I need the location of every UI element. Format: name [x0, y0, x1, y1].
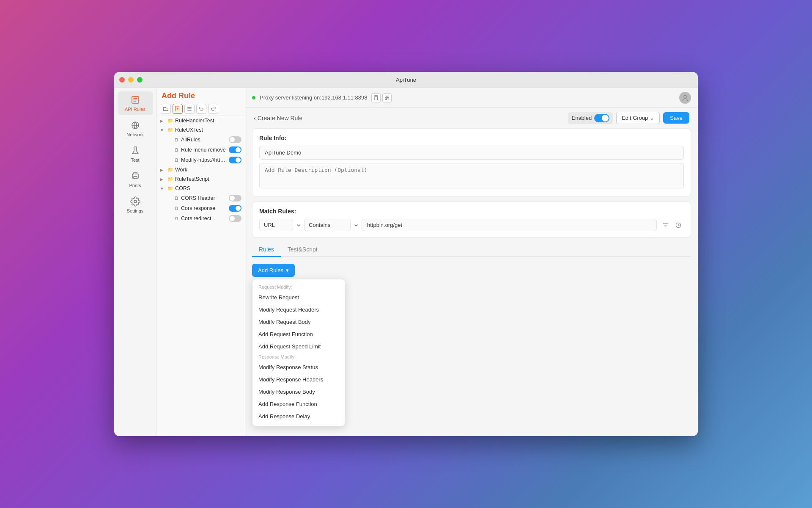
file-icon-modify-https: 🗒	[173, 157, 179, 163]
edit-group-label: Edit Group	[622, 115, 648, 121]
copy-proxy-button[interactable]	[371, 93, 381, 102]
maximize-button[interactable]	[137, 77, 143, 83]
window-title: ApiTune	[396, 77, 416, 83]
file-tree-panel: Add Rule	[156, 88, 245, 436]
add-rules-dropdown: Request Modify: Rewrite Request Modify R…	[252, 279, 345, 426]
toggle-cors-header[interactable]	[229, 195, 241, 202]
tree-item-rule-menu-remove[interactable]: 🗒 Rule menu remove	[156, 145, 245, 155]
back-arrow-icon: ‹	[254, 115, 256, 121]
dropdown-item-rewrite-request[interactable]: Rewrite Request	[252, 291, 345, 304]
rule-desc-input[interactable]	[259, 163, 684, 188]
add-rules-label: Add Rules	[258, 267, 283, 273]
svg-rect-7	[385, 96, 387, 97]
tree-arrow-work: ▶	[160, 168, 166, 172]
dropdown-item-modify-request-body[interactable]: Modify Request Body	[252, 316, 345, 328]
file-icon-cors-header: 🗒	[173, 195, 179, 201]
toggle-rule-menu-remove[interactable]	[229, 146, 241, 153]
folder-icon-cors: 📁	[167, 185, 173, 191]
api-rules-label: API Rules	[125, 107, 145, 112]
url-match-input[interactable]	[362, 219, 657, 231]
toggle-cors-redirect[interactable]	[229, 215, 241, 222]
tree-label-work: Work	[175, 167, 241, 173]
tree-item-rule-handler-test[interactable]: ▶ 📁 RuleHandlerTest	[156, 116, 245, 125]
tree-item-cors[interactable]: ▼ 📁 CORS	[156, 184, 245, 193]
edit-group-button[interactable]: Edit Group ⌄	[616, 112, 660, 124]
api-rules-icon	[130, 95, 140, 105]
sidebar-item-api-rules[interactable]: API Rules	[118, 91, 153, 115]
clock-icon[interactable]	[673, 220, 684, 231]
dropdown-item-add-response-function[interactable]: Add Response Function	[252, 398, 345, 410]
tree-arrow-cors: ▼	[160, 186, 166, 191]
svg-rect-9	[385, 98, 387, 99]
list-view-button[interactable]	[184, 104, 195, 114]
rule-name-input[interactable]	[259, 146, 684, 160]
back-button[interactable]: ‹ Create New Rule	[254, 115, 302, 121]
breadcrumb-bar: ‹ Create New Rule Enabled Edit Group ⌄ S…	[245, 108, 698, 128]
close-button[interactable]	[119, 77, 125, 83]
add-folder-button[interactable]	[161, 104, 171, 114]
rules-tabs: Rules Test&Script	[252, 243, 691, 257]
rule-info-section: Rule Info:	[252, 128, 691, 196]
match-type-select[interactable]: Contains	[304, 219, 351, 231]
dropdown-item-modify-response-status[interactable]: Modify Response Status	[252, 361, 345, 373]
dropdown-item-add-response-delay[interactable]: Add Response Delay	[252, 410, 345, 422]
sidebar-item-network[interactable]: Network	[118, 117, 153, 141]
svg-rect-8	[387, 96, 389, 97]
user-avatar[interactable]	[679, 92, 691, 104]
proxy-status-text: Proxy server listening on:192.168.1.11:8…	[260, 94, 367, 101]
undo-button[interactable]	[196, 104, 206, 114]
tree-item-work[interactable]: ▶ 📁 Work	[156, 165, 245, 174]
sidebar-item-prints[interactable]: Prints	[118, 168, 153, 191]
response-modify-label: Response Modify:	[252, 353, 345, 361]
chevron-down-url-icon	[296, 223, 301, 227]
sidebar-nav: API Rules Network Test	[114, 88, 156, 436]
tree-item-rule-ux-test[interactable]: ▼ 📁 RuleUXTest	[156, 125, 245, 135]
prints-label: Prints	[129, 183, 141, 188]
dropdown-item-modify-response-headers[interactable]: Modify Response Headers	[252, 373, 345, 386]
test-label: Test	[131, 157, 139, 163]
enabled-label: Enabled	[571, 115, 592, 121]
enabled-toggle[interactable]	[594, 114, 609, 122]
network-label: Network	[126, 132, 143, 137]
enabled-toggle-container: Enabled	[568, 112, 613, 124]
redo-button[interactable]	[208, 104, 218, 114]
qr-proxy-button[interactable]	[382, 93, 392, 102]
tree-arrow-rule-ux-test: ▼	[160, 128, 166, 133]
traffic-lights	[119, 77, 143, 83]
network-icon	[130, 120, 140, 130]
prints-icon	[130, 171, 140, 181]
toggle-cors-response[interactable]	[229, 205, 241, 212]
dropdown-item-modify-request-headers[interactable]: Modify Request Headers	[252, 304, 345, 316]
tree-item-cors-header[interactable]: 🗒 CORS Header	[156, 193, 245, 203]
toggle-all-rules[interactable]	[229, 136, 241, 143]
add-file-button[interactable]	[173, 104, 183, 114]
tree-item-cors-response[interactable]: 🗒 Cors response	[156, 203, 245, 213]
url-type-select[interactable]: URL	[259, 219, 293, 231]
dropdown-item-add-request-function[interactable]: Add Request Function	[252, 328, 345, 340]
save-button[interactable]: Save	[663, 112, 689, 124]
tree-arrow-rule-handler-test: ▶	[160, 119, 166, 123]
minimize-button[interactable]	[128, 77, 134, 83]
tree-arrow-rule-test-script: ▶	[160, 177, 166, 182]
tree-label-rule-ux-test: RuleUXTest	[175, 127, 241, 133]
dropdown-item-modify-response-body[interactable]: Modify Response Body	[252, 386, 345, 398]
tree-item-cors-redirect[interactable]: 🗒 Cors redirect	[156, 213, 245, 224]
filter-icon[interactable]	[660, 220, 671, 231]
sidebar-item-settings[interactable]: Settings	[118, 193, 153, 217]
test-icon	[130, 146, 140, 156]
title-bar: ApiTune	[114, 72, 698, 88]
settings-icon	[130, 196, 140, 207]
tree-item-rule-test-script[interactable]: ▶ 📁 RuleTestScript	[156, 174, 245, 184]
chevron-down-icon: ⌄	[650, 115, 654, 121]
tree-item-all-rules[interactable]: 🗒 AllRules	[156, 135, 245, 145]
svg-point-4	[134, 200, 137, 203]
dropdown-item-add-request-speed-limit[interactable]: Add Request Speed Limit	[252, 340, 345, 353]
tab-rules[interactable]: Rules	[252, 243, 281, 256]
add-rules-button[interactable]: Add Rules ▾	[252, 264, 295, 277]
tab-test-script[interactable]: Test&Script	[281, 243, 324, 256]
folder-icon-rule-ux-test: 📁	[167, 127, 173, 133]
file-tree-toolbar	[156, 102, 245, 116]
tree-item-modify-https[interactable]: 🗒 Modify-https://httpbin.org/pa...	[156, 155, 245, 165]
toggle-modify-https[interactable]	[229, 157, 241, 163]
sidebar-item-test[interactable]: Test	[118, 142, 153, 166]
